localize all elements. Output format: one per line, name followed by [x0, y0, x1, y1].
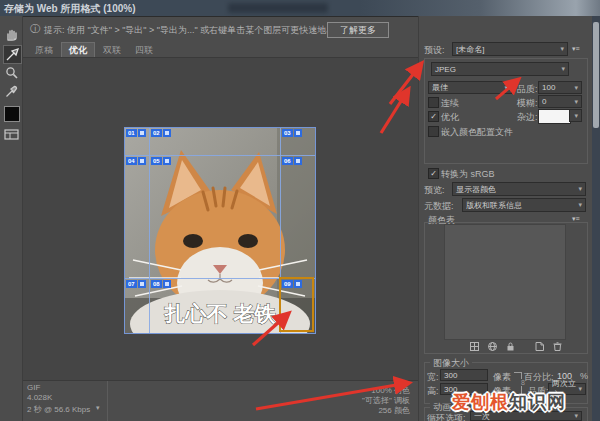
width-label: 宽:: [427, 371, 439, 384]
metadata-label: 元数据:: [424, 200, 454, 213]
slice-badge[interactable]: 03: [282, 129, 302, 137]
embed-profile-checkbox[interactable]: [428, 126, 439, 137]
dropdown-arrow-icon: ▾: [574, 412, 578, 420]
preview-dropdown[interactable]: 显示器颜色▾: [452, 182, 586, 196]
width-unit: 像素: [493, 371, 511, 384]
tab-original[interactable]: 原稿: [29, 43, 59, 58]
optimized-checkbox[interactable]: ✓: [428, 111, 439, 122]
preview-label: 预览:: [424, 184, 445, 197]
percent-unit: %: [580, 371, 588, 381]
slice-type-icon: [163, 280, 171, 288]
status-divider: [107, 381, 108, 421]
dropdown-arrow-icon: ▾: [504, 84, 508, 92]
download-speed-dropdown-icon[interactable]: ▾: [96, 404, 100, 412]
srgb-label: 转换为 sRGB: [441, 168, 495, 181]
dropdown-arrow-icon: ▾: [574, 112, 578, 120]
status-format: GIF: [27, 383, 40, 392]
dropdown-arrow-icon: ▾: [574, 98, 578, 106]
matte-color-swatch[interactable]: [538, 109, 571, 124]
status-download-time: 2 秒 @ 56.6 Kbps: [27, 404, 90, 415]
format-dropdown[interactable]: JPEG▾: [431, 62, 569, 76]
dropdown-arrow-icon: ▾: [574, 84, 578, 92]
snap-grid-icon[interactable]: [470, 342, 479, 351]
quality-label: 品质:: [517, 83, 538, 96]
eyedropper-tool-icon[interactable]: [3, 83, 20, 100]
watermark-part2: 知识网: [509, 392, 566, 412]
quality-preset-dropdown[interactable]: 最佳▾: [428, 81, 512, 94]
slice-type-icon: [294, 157, 302, 165]
status-colors: 256 颜色: [260, 405, 410, 416]
slice-guide-line: [149, 128, 150, 333]
slice-badge[interactable]: 08: [151, 280, 171, 288]
slice-type-icon: [138, 280, 146, 288]
height-label: 高:: [427, 385, 439, 398]
srgb-checkbox[interactable]: ✓: [428, 168, 439, 179]
dropdown-arrow-icon: ▾: [578, 201, 582, 209]
slice-badge[interactable]: 05: [151, 157, 171, 165]
dropdown-arrow-icon: ▾: [560, 45, 564, 53]
quality-field[interactable]: 100▾: [538, 81, 582, 94]
slice-guide-line: [125, 155, 315, 156]
optimized-label: 优化: [441, 111, 459, 124]
web-shift-icon[interactable]: [488, 342, 497, 351]
blurred-text: [228, 3, 328, 13]
dropdown-arrow-icon: ▾: [578, 385, 582, 393]
tab-four-up[interactable]: 四联: [129, 43, 159, 58]
site-watermark: 爱刨根知识网: [452, 390, 566, 414]
slice-badge[interactable]: 09: [282, 280, 302, 288]
metadata-dropdown[interactable]: 版权和联系信息▾: [462, 198, 586, 212]
slice-color-swatch[interactable]: [4, 106, 20, 122]
slice-select-tool-icon[interactable]: [3, 45, 22, 64]
zoom-tool-icon[interactable]: [3, 64, 20, 81]
color-table-buttons: [470, 342, 562, 351]
slice-type-icon: [138, 157, 146, 165]
blur-label: 模糊:: [517, 97, 538, 110]
watermark-part1: 爱刨根: [452, 392, 509, 412]
slice-badge[interactable]: 06: [282, 157, 302, 165]
slice-badge[interactable]: 04: [126, 157, 146, 165]
slice-type-icon: [163, 129, 171, 137]
matte-dropdown[interactable]: ▾: [569, 109, 582, 122]
hand-tool-icon[interactable]: [3, 26, 20, 43]
slice-type-icon: [294, 129, 302, 137]
new-color-icon[interactable]: [535, 342, 544, 351]
image-caption: 扎心不 老铁: [164, 302, 277, 325]
info-icon: ⓘ: [30, 22, 40, 36]
width-field[interactable]: 300: [440, 369, 488, 381]
progressive-label: 连续: [441, 97, 459, 110]
matte-label: 杂边:: [517, 111, 538, 124]
slice-type-icon: [163, 157, 171, 165]
dropdown-arrow-icon: ▾: [561, 65, 565, 73]
tab-two-up[interactable]: 双联: [97, 43, 127, 58]
toggle-slices-icon[interactable]: [3, 126, 20, 143]
progressive-checkbox[interactable]: [428, 97, 439, 108]
embed-profile-label: 嵌入颜色配置文件: [441, 126, 513, 139]
delete-icon[interactable]: [553, 342, 562, 351]
tip-text: 提示: 使用 "文件" > "导出" > "导出为..." 或右键单击某个图层可…: [44, 24, 362, 37]
lock-icon[interactable]: [506, 342, 515, 351]
blur-field[interactable]: 0▾: [538, 95, 582, 108]
preset-label: 预设:: [424, 44, 445, 57]
optimized-image-preview[interactable]: 扎心不 老铁 01 02 03 04 05 06 07 08 09: [125, 128, 315, 333]
slice-badge[interactable]: 01: [126, 129, 146, 137]
slice-badge[interactable]: 07: [126, 280, 146, 288]
color-table-area[interactable]: [444, 224, 566, 340]
page-scrollbar-thumb[interactable]: [593, 22, 599, 128]
panel-menu-icon[interactable]: ▾≡: [572, 45, 580, 53]
title-bar: 存储为 Web 所用格式 (100%): [0, 0, 600, 17]
learn-more-button[interactable]: 了解更多: [327, 22, 389, 38]
status-file-size: 4.028K: [27, 393, 52, 402]
window-title: 存储为 Web 所用格式 (100%): [4, 2, 136, 16]
dropdown-arrow-icon: ▾: [578, 185, 582, 193]
slice-badge[interactable]: 02: [151, 129, 171, 137]
slice-type-icon: [294, 280, 302, 288]
slice-type-icon: [138, 129, 146, 137]
preset-dropdown[interactable]: [未命名]▾: [452, 42, 568, 56]
